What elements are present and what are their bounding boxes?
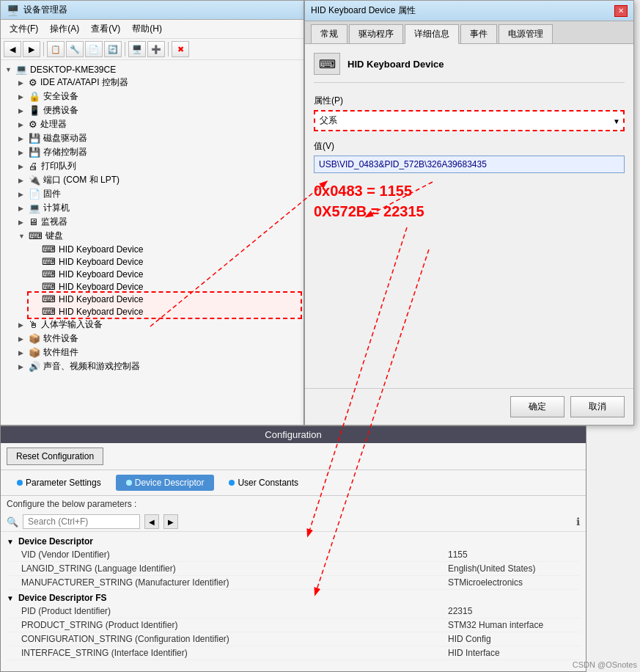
menu-help[interactable]: 帮助(H) xyxy=(126,21,168,37)
hid-window-title: HID Keyboard Device 属性 xyxy=(311,4,416,17)
menu-action[interactable]: 操作(A) xyxy=(44,21,85,37)
config-group-fs-header[interactable]: ▼ Device Descriptor FS xyxy=(7,591,580,605)
tab-events[interactable]: 事件 xyxy=(460,24,497,43)
csdn-watermark: CSDN @OSnotes xyxy=(573,660,637,669)
config-tab-params[interactable]: Parameter Settings xyxy=(7,475,111,491)
hid-property-select[interactable]: 父系 xyxy=(314,110,625,131)
toolbar-btn-1[interactable]: 📋 xyxy=(47,41,65,57)
tree-monitor[interactable]: ▶🖥监视器 xyxy=(17,215,301,229)
device-manager-icon: 🖥️ xyxy=(7,4,19,16)
toolbar-btn-3[interactable]: 📄 xyxy=(85,41,103,57)
config-next-btn[interactable]: ▶ xyxy=(163,514,178,529)
toolbar-sep-2 xyxy=(125,42,125,56)
toolbar-sep-1 xyxy=(43,42,44,56)
langid-label: LANGID_STRING (Language Identifier) xyxy=(21,563,448,574)
hid-close-btn[interactable]: ✕ xyxy=(614,5,628,17)
config-group-device-header[interactable]: ▼ Device Descriptor xyxy=(7,535,580,548)
hid-keyboard-4[interactable]: ⌨HID Keyboard Device xyxy=(30,280,301,293)
search-icon: 🔍 xyxy=(7,516,18,527)
config-string-value: HID Config xyxy=(448,634,580,644)
config-tab-device-label: Device Descriptor xyxy=(135,478,205,488)
hid-property-select-wrapper[interactable]: 父系 ▼ xyxy=(314,110,625,131)
menu-view[interactable]: 查看(V) xyxy=(85,21,126,37)
hid-device-header: ⌨ HID Keyboard Device xyxy=(314,53,625,83)
config-string-label: CONFIGURATION_STRING (Configuration Iden… xyxy=(21,634,448,644)
annotation-line2: 0X572B = 22315 xyxy=(314,201,625,222)
annotation-line1: 0x0483 = 1155 xyxy=(314,180,625,201)
tree-hid-input[interactable]: ▶🖱人体学输入设备 xyxy=(17,318,301,332)
hid-keyboard-2[interactable]: ⌨HID Keyboard Device xyxy=(30,255,301,268)
tree-keyboard[interactable]: ▼⌨键盘 xyxy=(17,229,301,243)
config-row-pid: PID (Product Identifier) 22315 xyxy=(7,605,580,618)
toolbar-btn-2[interactable]: 🔧 xyxy=(66,41,84,57)
tree-cpu[interactable]: ▶⚙处理器 xyxy=(17,117,301,131)
tree-computer[interactable]: ▶💻计算机 xyxy=(17,201,301,215)
hid-cancel-btn[interactable]: 取消 xyxy=(570,396,625,417)
tree-software-comp[interactable]: ▶📦软件组件 xyxy=(17,346,301,359)
toolbar-forward-btn[interactable]: ▶ xyxy=(23,41,40,57)
tree-security[interactable]: ▶🔒安全设备 xyxy=(17,90,301,103)
config-group-device-descriptor-fs: ▼ Device Descriptor FS PID (Product Iden… xyxy=(7,591,580,660)
toolbar-btn-5[interactable]: 🖥️ xyxy=(128,41,146,57)
hid-keyboard-6[interactable]: ⌨HID Keyboard Device xyxy=(30,305,301,318)
tree-root[interactable]: ▼ 💻 DESKTOP-KME39CE xyxy=(4,63,301,76)
config-title: Configuration xyxy=(265,429,321,440)
hid-value-content: USB\VID_0483&PID_572B\326A39683435 xyxy=(319,159,487,169)
tab-power[interactable]: 电源管理 xyxy=(499,24,553,43)
hid-keyboard-1[interactable]: ⌨HID Keyboard Device xyxy=(30,243,301,255)
root-children: ▶⚙IDE ATA/ATAPI 控制器 ▶🔒安全设备 ▶📱便携设备 ▶⚙处理器 … xyxy=(4,76,301,373)
device-tree: ▼ 💻 DESKTOP-KME39CE ▶⚙IDE ATA/ATAPI 控制器 … xyxy=(1,60,304,418)
config-search-input[interactable] xyxy=(23,514,140,529)
interface-string-value: HID Interface xyxy=(448,648,580,658)
hid-device-name: HID Keyboard Device xyxy=(347,59,444,70)
config-tab-device[interactable]: Device Descriptor xyxy=(116,475,215,491)
tree-audio[interactable]: ▶🔊声音、视频和游戏控制器 xyxy=(17,359,301,373)
tree-storage[interactable]: ▶💾存储控制器 xyxy=(17,145,301,159)
user-tab-dot xyxy=(229,480,235,486)
toolbar-btn-delete[interactable]: ✖ xyxy=(172,41,189,57)
config-group-device-label: Device Descriptor xyxy=(18,536,93,547)
tree-ide[interactable]: ▶⚙IDE ATA/ATAPI 控制器 xyxy=(17,76,301,90)
manufacturer-label: MANUFACTURER_STRING (Manufacturer Identi… xyxy=(21,577,448,588)
config-prev-btn[interactable]: ◀ xyxy=(144,514,159,529)
config-group-device-descriptor: ▼ Device Descriptor VID (Vendor IDentifi… xyxy=(7,535,580,590)
config-description: Configure the below parameters : xyxy=(1,496,586,512)
config-tab-user-label: User Constants xyxy=(238,478,298,488)
reset-config-btn[interactable]: Reset Configuration xyxy=(7,448,103,465)
product-string-label: PRODUCT_STRING (Product Identifier) xyxy=(21,620,448,630)
tab-driver[interactable]: 驱动程序 xyxy=(349,24,403,43)
vid-value: 1155 xyxy=(448,549,580,560)
device-manager-toolbar: ◀ ▶ 📋 🔧 📄 🔄 🖥️ ➕ ✖ xyxy=(1,39,304,60)
config-row-manufacturer: MANUFACTURER_STRING (Manufacturer Identi… xyxy=(7,576,580,590)
info-icon: ℹ xyxy=(576,516,580,527)
tab-details[interactable]: 详细信息 xyxy=(405,24,459,44)
tree-software-dev[interactable]: ▶📦软件设备 xyxy=(17,332,301,346)
tree-disk[interactable]: ▶💾磁盘驱动器 xyxy=(17,131,301,145)
tree-print[interactable]: ▶🖨打印队列 xyxy=(17,159,301,173)
config-tabs: Parameter Settings Device Descriptor Use… xyxy=(1,470,586,496)
param-tab-dot xyxy=(17,480,23,486)
config-row-config-string: CONFIGURATION_STRING (Configuration Iden… xyxy=(7,632,580,646)
tree-portable[interactable]: ▶📱便携设备 xyxy=(17,103,301,117)
group2-arrow-icon: ▼ xyxy=(7,594,14,602)
toolbar-btn-4[interactable]: 🔄 xyxy=(104,41,122,57)
hid-keyboard-5[interactable]: ⌨HID Keyboard Device xyxy=(30,293,301,305)
config-tab-user[interactable]: User Constants xyxy=(218,475,309,491)
config-row-product-string: PRODUCT_STRING (Product Identifier) STM3… xyxy=(7,618,580,632)
root-label: DESKTOP-KME39CE xyxy=(30,65,116,75)
toolbar-back-btn[interactable]: ◀ xyxy=(4,41,21,57)
hid-properties-window: HID Keyboard Device 属性 ✕ 常规 驱动程序 详细信息 事件… xyxy=(304,0,634,426)
tab-general[interactable]: 常规 xyxy=(311,24,347,43)
menu-file[interactable]: 文件(F) xyxy=(4,21,44,37)
device-tab-dot xyxy=(126,480,132,486)
tree-port[interactable]: ▶🔌端口 (COM 和 LPT) xyxy=(17,173,301,187)
pid-label: PID (Product Identifier) xyxy=(21,606,448,616)
hid-ok-btn[interactable]: 确定 xyxy=(510,396,564,417)
hid-tabs: 常规 驱动程序 详细信息 事件 电源管理 xyxy=(305,21,633,44)
toolbar-btn-6[interactable]: ➕ xyxy=(147,41,165,57)
tree-firmware[interactable]: ▶📄固件 xyxy=(17,187,301,201)
config-row-langid: LANGID_STRING (Language Identifier) Engl… xyxy=(7,562,580,576)
config-group-fs-label: Device Descriptor FS xyxy=(18,593,107,603)
hid-keyboard-3[interactable]: ⌨HID Keyboard Device xyxy=(30,268,301,280)
manufacturer-value: STMicroelectronics xyxy=(448,577,580,588)
